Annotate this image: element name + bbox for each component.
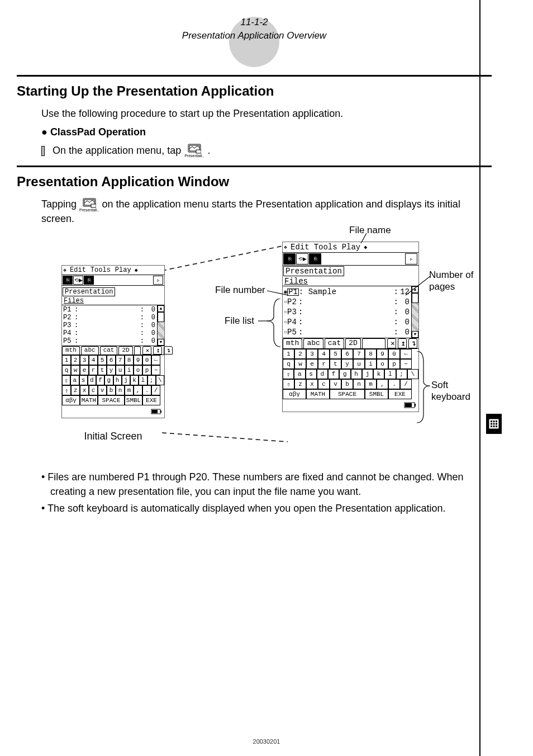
kbd-x-icon[interactable]: ✕	[142, 346, 151, 355]
key[interactable]: r	[89, 365, 98, 375]
key[interactable]: j	[362, 369, 373, 379]
key[interactable]: o	[134, 365, 142, 375]
key[interactable]: p	[388, 359, 400, 369]
key[interactable]: αβγ	[62, 395, 80, 405]
key[interactable]: b	[107, 385, 116, 395]
key[interactable]: 0	[388, 349, 400, 359]
file-number-p1[interactable]: P1	[287, 289, 299, 296]
key[interactable]: 7	[116, 355, 125, 365]
key[interactable]: 5	[98, 355, 107, 365]
key[interactable]: o	[377, 359, 388, 369]
key[interactable]: v	[330, 379, 341, 389]
key[interactable]: q	[62, 365, 71, 375]
key[interactable]: k	[130, 375, 139, 385]
key[interactable]: i	[365, 359, 377, 369]
key[interactable]: y	[341, 359, 353, 369]
key[interactable]: s	[79, 375, 88, 385]
key[interactable]: /	[151, 385, 160, 395]
key[interactable]: 2	[71, 355, 80, 365]
key[interactable]: l	[384, 369, 396, 379]
tab-2d[interactable]: 2D	[345, 338, 361, 348]
tb-btn-1[interactable]: ⎘	[283, 253, 296, 264]
key[interactable]: ,	[134, 385, 142, 395]
key[interactable]: h	[351, 369, 362, 379]
key[interactable]: ⇪	[283, 369, 294, 379]
key[interactable]: x	[306, 379, 318, 389]
kbd-up-icon[interactable]: ↥	[153, 346, 162, 355]
key[interactable]: t	[98, 365, 107, 375]
key[interactable]: αβγ	[283, 389, 306, 399]
key[interactable]: d	[317, 369, 328, 379]
key[interactable]: u	[116, 365, 125, 375]
tab-cat[interactable]: cat	[325, 338, 344, 348]
tab-2d[interactable]: 2D	[118, 346, 132, 355]
key[interactable]: f	[328, 369, 339, 379]
key[interactable]: MATH	[80, 395, 98, 405]
key[interactable]: g	[339, 369, 350, 379]
key[interactable]: SPACE	[330, 389, 365, 399]
key[interactable]: 2	[294, 349, 306, 359]
key[interactable]: g	[104, 375, 113, 385]
tab-mth[interactable]: mth	[62, 346, 80, 355]
kbd-x-icon[interactable]: ✕	[387, 338, 396, 348]
key[interactable]: ;	[396, 369, 407, 379]
key[interactable]: ⇧	[283, 379, 294, 389]
key[interactable]: EXE	[142, 395, 160, 405]
menu-edit[interactable]: Edit	[289, 243, 311, 252]
key[interactable]: 4	[89, 355, 98, 365]
key[interactable]: z	[71, 385, 80, 395]
key[interactable]: b	[341, 379, 353, 389]
key[interactable]: f	[96, 375, 104, 385]
key[interactable]: ⇪	[62, 375, 70, 385]
key[interactable]: 6	[341, 349, 353, 359]
key[interactable]: 8	[125, 355, 134, 365]
key[interactable]: −	[151, 365, 160, 375]
key[interactable]: p	[142, 365, 151, 375]
tb-btn-2[interactable]: ⟲▶	[73, 276, 83, 285]
tb-btn-expand[interactable]: ▹	[405, 253, 417, 264]
key[interactable]: ←	[400, 349, 412, 359]
key[interactable]: ⇧	[62, 385, 71, 395]
tab-cat[interactable]: cat	[100, 346, 118, 355]
key[interactable]: c	[89, 385, 98, 395]
key[interactable]: 7	[353, 349, 365, 359]
key[interactable]: j	[122, 375, 130, 385]
key[interactable]: SMBL	[125, 395, 142, 405]
key[interactable]: r	[318, 359, 330, 369]
key[interactable]: h	[113, 375, 122, 385]
menu-play[interactable]: Play	[341, 243, 362, 252]
key[interactable]: /	[400, 379, 412, 389]
key[interactable]: u	[353, 359, 365, 369]
menu-tools[interactable]: Tools	[313, 243, 339, 252]
tb-btn-1[interactable]: ⎘	[63, 276, 73, 285]
key[interactable]: \	[156, 375, 164, 385]
key[interactable]: w	[294, 359, 306, 369]
key[interactable]: n	[353, 379, 365, 389]
key[interactable]: s	[306, 369, 317, 379]
tb-btn-expand[interactable]: ▹	[153, 276, 163, 285]
key[interactable]: SPACE	[98, 395, 125, 405]
key[interactable]: 4	[318, 349, 330, 359]
key[interactable]: a	[294, 369, 305, 379]
tb-btn-2[interactable]: ⟲▶	[296, 253, 308, 264]
key[interactable]: .	[142, 385, 151, 395]
tb-btn-3[interactable]: ⎘	[84, 276, 94, 285]
key[interactable]: 3	[306, 349, 318, 359]
menu-edit[interactable]: Edit	[69, 266, 87, 274]
key[interactable]: k	[373, 369, 384, 379]
key[interactable]: SMBL	[365, 389, 388, 399]
kbd-down-icon[interactable]: ↴	[164, 346, 173, 355]
key[interactable]: y	[107, 365, 116, 375]
key[interactable]: q	[283, 359, 294, 369]
key[interactable]: d	[88, 375, 96, 385]
key[interactable]: ;	[147, 375, 156, 385]
key[interactable]: MATH	[306, 389, 330, 399]
key[interactable]: 3	[80, 355, 89, 365]
key[interactable]: z	[294, 379, 306, 389]
key[interactable]: l	[139, 375, 147, 385]
key[interactable]: .	[388, 379, 400, 389]
menu-play[interactable]: Play	[114, 266, 132, 274]
key[interactable]: w	[71, 365, 80, 375]
key[interactable]: a	[70, 375, 79, 385]
key[interactable]: m	[365, 379, 377, 389]
